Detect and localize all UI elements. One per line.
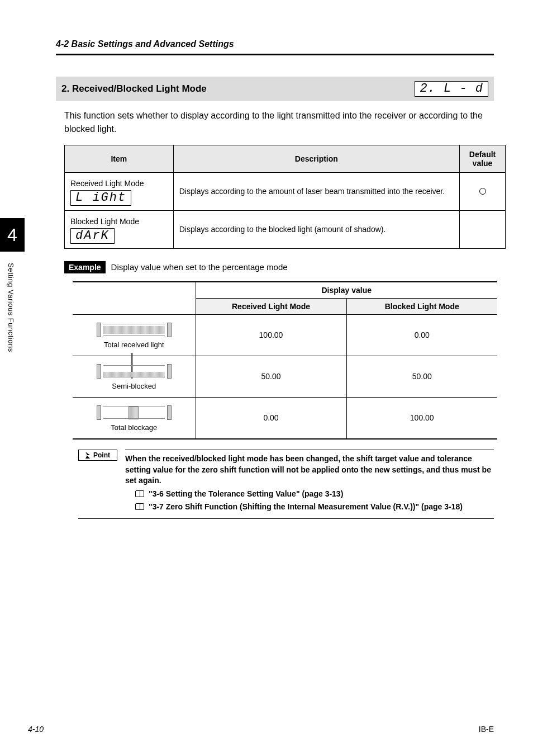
th-item: Item: [65, 145, 174, 173]
item-default: [460, 211, 506, 249]
diagram-label: Total blockage: [111, 423, 157, 432]
page-number: 4-10: [28, 725, 44, 734]
th-default: Default value: [460, 145, 506, 173]
diagram-total-blockage: [97, 404, 172, 421]
cell-received: 0.00: [196, 397, 346, 439]
book-icon: [135, 503, 144, 510]
example-badge: Example: [64, 261, 106, 273]
section-segment-code: 2. L - d: [415, 81, 488, 97]
item-label: Received Light Mode: [70, 177, 168, 190]
cell-blocked: 50.00: [346, 356, 497, 397]
table-row: Received Light Mode L iGht Displays acco…: [65, 173, 506, 211]
section-header: 2. Received/Blocked Light Mode 2. L - d: [56, 77, 494, 101]
point-body: When the received/blocked light mode has…: [125, 454, 491, 485]
cell-received: 50.00: [196, 356, 346, 397]
intro-paragraph: This function sets whether to display ac…: [64, 109, 494, 136]
book-icon: [135, 490, 144, 497]
reference-link: "3-7 Zero Shift Function (Shifting the I…: [135, 502, 494, 513]
diagram-label: Total received light: [104, 341, 164, 349]
item-label: Blocked Light Mode: [70, 215, 168, 228]
table-row: Total blockage 0.00 100.00: [73, 397, 497, 439]
page-breadcrumb: 4-2 Basic Settings and Advanced Settings: [56, 39, 494, 49]
table-row: Total received light 100.00 0.00: [73, 314, 497, 356]
point-text: When the received/blocked light mode has…: [125, 450, 494, 518]
reference-link: "3-6 Setting the Tolerance Setting Value…: [135, 489, 494, 500]
example-text: Display value when set to the percentage…: [111, 262, 288, 272]
default-marker-icon: [479, 188, 486, 195]
th-received-mode: Received Light Mode: [196, 298, 346, 314]
diagram-label: Semi-blocked: [112, 382, 156, 390]
display-value-table: Display value Received Light Mode Blocke…: [73, 281, 497, 440]
chapter-number: 4: [7, 225, 17, 245]
item-description: Displays according to the amount of lase…: [173, 173, 459, 211]
th-description: Description: [173, 145, 459, 173]
header-rule: [56, 54, 494, 55]
side-section-label: Setting Various Functions: [7, 263, 15, 352]
reference-text: "3-7 Zero Shift Function (Shifting the I…: [149, 502, 463, 513]
cell-received: 100.00: [196, 314, 346, 356]
doc-code: IB-E: [479, 725, 494, 734]
table-row: Blocked Light Mode dArK Displays accordi…: [65, 211, 506, 249]
diagram-total-received: [97, 322, 172, 338]
item-description: Displays according to the blocked light …: [173, 211, 459, 249]
example-row: Example Display value when set to the pe…: [64, 261, 494, 273]
page: 4 Setting Various Functions 4-2 Basic Se…: [0, 0, 533, 756]
point-note: Point When the received/blocked light mo…: [78, 450, 494, 519]
cell-blocked: 100.00: [346, 397, 497, 439]
reference-text: "3-6 Setting the Tolerance Setting Value…: [149, 489, 343, 500]
item-default: [460, 173, 506, 211]
item-segment-code: L iGht: [70, 190, 131, 206]
item-segment-code: dArK: [70, 228, 115, 244]
point-badge: Point: [78, 450, 117, 461]
section-title: 2. Received/Blocked Light Mode: [61, 83, 207, 94]
table-row: Semi-blocked 50.00 50.00: [73, 356, 497, 397]
th-display-value: Display value: [196, 282, 497, 299]
chapter-tab: 4: [0, 218, 25, 252]
diagram-semi-blocked: [97, 363, 172, 380]
page-footer: 4-10 IB-E: [28, 725, 494, 734]
spec-table: Item Description Default value Received …: [64, 145, 506, 249]
th-blocked-mode: Blocked Light Mode: [346, 298, 497, 314]
cell-blocked: 0.00: [346, 314, 497, 356]
